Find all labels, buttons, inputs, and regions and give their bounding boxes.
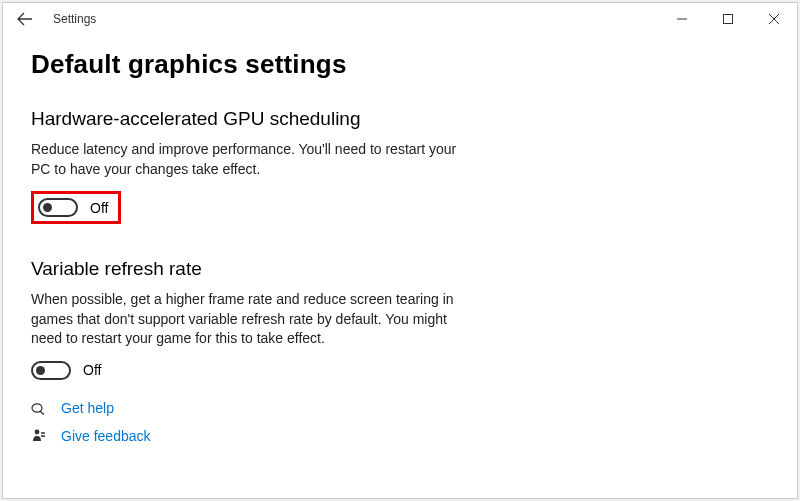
titlebar: Settings xyxy=(3,3,797,35)
minimize-button[interactable] xyxy=(659,3,705,35)
vrr-description: When possible, get a higher frame rate a… xyxy=(31,290,461,349)
get-help-row: Get help xyxy=(31,400,769,416)
back-button[interactable] xyxy=(11,5,39,33)
toggle-knob-icon xyxy=(36,366,45,375)
svg-rect-0 xyxy=(724,15,733,24)
help-icon xyxy=(31,400,47,416)
vrr-toggle[interactable] xyxy=(31,361,71,380)
gpu-scheduling-description: Reduce latency and improve performance. … xyxy=(31,140,461,179)
gpu-scheduling-toggle-label: Off xyxy=(90,200,108,216)
feedback-icon xyxy=(31,428,47,444)
vrr-toggle-row: Off xyxy=(31,361,769,380)
maximize-icon xyxy=(723,14,733,24)
back-arrow-icon xyxy=(17,11,33,27)
titlebar-title: Settings xyxy=(53,12,96,26)
give-feedback-row: Give feedback xyxy=(31,428,769,444)
minimize-icon xyxy=(677,14,687,24)
get-help-link[interactable]: Get help xyxy=(61,400,114,416)
give-feedback-link[interactable]: Give feedback xyxy=(61,428,151,444)
svg-point-3 xyxy=(35,430,40,435)
toggle-knob-icon xyxy=(43,203,52,212)
vrr-heading: Variable refresh rate xyxy=(31,258,769,280)
maximize-button[interactable] xyxy=(705,3,751,35)
content-area: Default graphics settings Hardware-accel… xyxy=(3,35,797,456)
vrr-toggle-label: Off xyxy=(83,362,101,378)
close-button[interactable] xyxy=(751,3,797,35)
gpu-scheduling-heading: Hardware-accelerated GPU scheduling xyxy=(31,108,769,130)
gpu-scheduling-toggle-row: Off xyxy=(31,191,121,224)
page-title: Default graphics settings xyxy=(31,49,769,80)
window-controls xyxy=(659,3,797,35)
gpu-scheduling-toggle[interactable] xyxy=(38,198,78,217)
svg-point-2 xyxy=(43,413,45,415)
settings-window: Settings Default graphics settings Hardw… xyxy=(2,2,798,499)
help-links: Get help Give feedback xyxy=(31,400,769,444)
close-icon xyxy=(769,14,779,24)
